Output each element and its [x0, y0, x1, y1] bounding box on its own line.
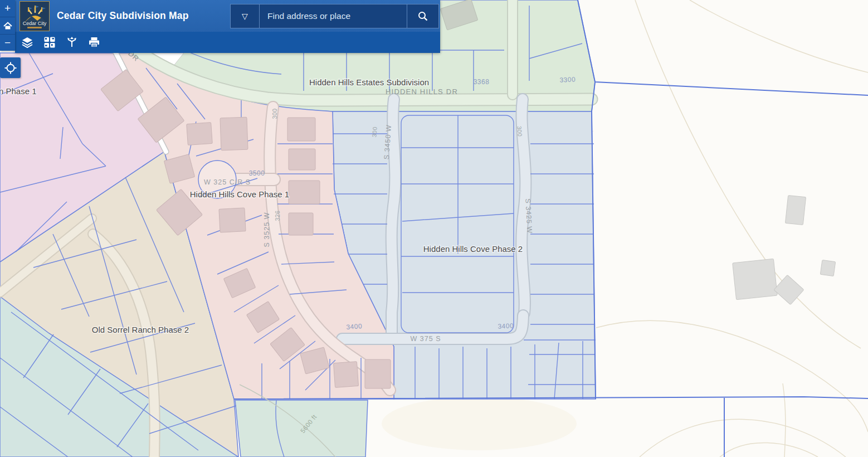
zoom-out-button[interactable]: −	[0, 35, 15, 51]
zoom-controls: + −	[0, 0, 15, 51]
map-canvas[interactable]: Hidden Hills Estates Subdivision HIDDEN …	[0, 0, 868, 457]
label-300-b: 300	[370, 127, 378, 138]
label-s3525w: S 3525 W	[263, 212, 271, 247]
app-header: Cedar City Cedar City Subdivision Map ▽	[15, 0, 440, 53]
zoom-in-button[interactable]: +	[0, 0, 15, 17]
layers-icon	[21, 36, 33, 48]
search-button[interactable]	[407, 4, 439, 28]
print-button[interactable]	[85, 33, 103, 51]
label-300-a: 300	[271, 108, 278, 119]
app-window: Hidden Hills Estates Subdivision HIDDEN …	[0, 0, 868, 457]
print-icon	[88, 36, 100, 48]
label-old-sorrel: Old Sorrel Ranch Phase 2	[92, 325, 189, 334]
header-top-row: Cedar City Cedar City Subdivision Map ▽	[15, 0, 440, 32]
label-estates-subdivision: Hidden Hills Estates Subdivision	[309, 77, 429, 87]
search-dropdown-button[interactable]: ▽	[230, 4, 259, 28]
locate-button[interactable]	[0, 57, 21, 78]
label-w325cirs: W 325 CIR S	[204, 178, 251, 186]
label-300-c: 300	[516, 126, 524, 137]
label-3300: 3300	[559, 75, 576, 84]
share-button[interactable]	[63, 33, 81, 51]
cedar-city-logo: Cedar City	[19, 1, 50, 31]
label-326: 326	[274, 210, 281, 221]
layers-button[interactable]	[18, 33, 36, 51]
locate-icon	[4, 62, 17, 74]
search-input[interactable]	[259, 4, 407, 28]
search-group: ▽	[230, 4, 439, 28]
chevron-down-icon: ▽	[242, 12, 248, 21]
label-3400-a: 3400	[346, 322, 363, 331]
label-cove-phase1: Hidden Hills Cove Phase 1	[190, 189, 289, 199]
home-button[interactable]	[0, 17, 15, 35]
label-3400-b: 3400	[498, 322, 514, 330]
basemap-gallery-icon	[44, 37, 55, 48]
label-partial-phase1: n Phase 1	[0, 86, 37, 96]
label-w375s: W 375 S	[411, 335, 441, 343]
label-3500: 3500	[249, 169, 265, 177]
label-hidden-hills-dr: HIDDEN HILLS DR	[386, 87, 458, 96]
share-icon	[66, 36, 78, 48]
logo-tagline	[27, 27, 42, 28]
header-toolbar	[15, 32, 440, 53]
label-cove-phase2: Hidden Hills Cove Phase 2	[423, 244, 523, 254]
page-title: Cedar City Subdivision Map	[57, 10, 189, 22]
home-icon	[3, 22, 12, 30]
label-3368: 3368	[474, 78, 490, 86]
terrain-shade	[382, 397, 577, 450]
search-icon	[417, 11, 428, 22]
basemap-gallery-button[interactable]	[41, 33, 58, 51]
logo-text: Cedar City	[23, 21, 47, 26]
